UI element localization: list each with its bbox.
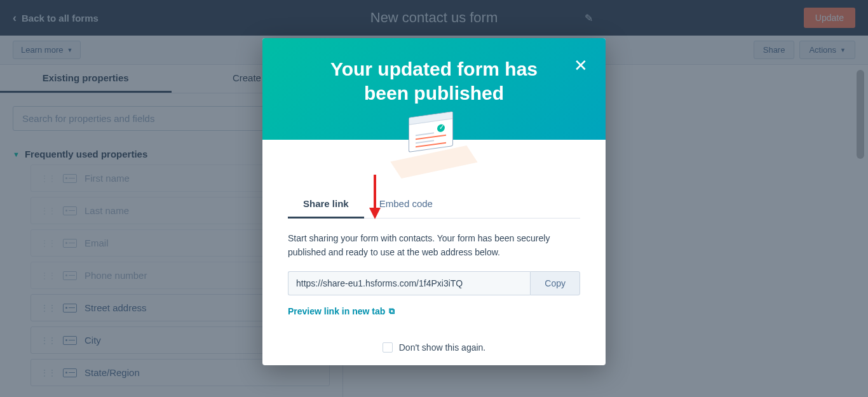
modal-body: Start sharing your form with contacts. Y…	[262, 219, 606, 330]
dont-show-label: Don't show this again.	[399, 342, 486, 353]
svg-marker-1	[369, 208, 381, 219]
tab-share-link[interactable]: Share link	[288, 191, 364, 219]
modal-title: Your updated form has been published	[288, 57, 580, 105]
copy-button[interactable]: Copy	[530, 271, 580, 295]
dont-show-row: Don't show this again.	[262, 330, 606, 365]
close-icon[interactable]: ✕	[574, 56, 588, 76]
share-url-input[interactable]: https://share-eu1.hsforms.com/1f4Pxi3iTQ	[288, 271, 530, 295]
url-row: https://share-eu1.hsforms.com/1f4Pxi3iTQ…	[288, 271, 580, 295]
modal-description: Start sharing your form with contacts. Y…	[288, 231, 580, 260]
annotation-arrow	[367, 175, 383, 222]
publish-illustration	[396, 114, 472, 178]
publish-modal: ✕ Your updated form has been published S…	[262, 38, 606, 365]
preview-link[interactable]: Preview link in new tab ⧉	[288, 306, 395, 316]
dont-show-checkbox[interactable]	[383, 342, 393, 353]
modal-tabs: Share link Embed code	[288, 191, 580, 219]
external-link-icon: ⧉	[389, 306, 395, 316]
